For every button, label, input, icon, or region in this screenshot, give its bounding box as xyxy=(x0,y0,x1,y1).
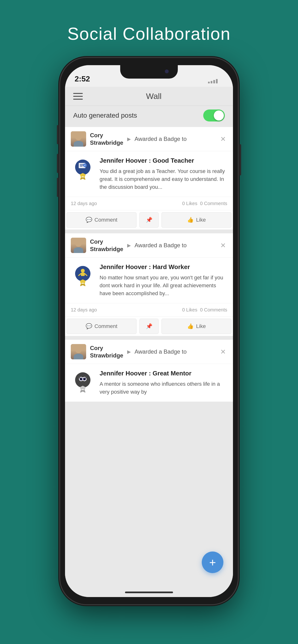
close-button[interactable]: ✕ xyxy=(219,348,227,356)
pin-button[interactable]: 📌 xyxy=(139,319,159,334)
post-body: Jennifer Hoover : Hard Worker No matter … xyxy=(65,258,233,303)
phone-screen: 2:52 xyxy=(65,65,233,597)
svg-point-21 xyxy=(84,378,85,380)
comment-button[interactable]: 💬 Comment xyxy=(66,319,136,334)
post-card: CoryStrawbridge ▶ Awarded a Badge to ✕ xyxy=(65,233,233,336)
post-title: Jennifer Hoover : Hard Worker xyxy=(100,263,227,271)
pin-icon: 📌 xyxy=(146,323,152,330)
comment-icon: 💬 xyxy=(86,323,92,330)
post-text: A mentor is someone who influences other… xyxy=(100,380,227,396)
avatar xyxy=(71,238,86,253)
arrow-icon: ▶ xyxy=(127,349,131,354)
post-body: Jennifer Hoover : Great Mentor A mentor … xyxy=(65,364,233,402)
close-button[interactable]: ✕ xyxy=(219,241,227,250)
avatar xyxy=(71,344,86,360)
toggle-label: Auto generated posts xyxy=(73,112,203,119)
menu-button[interactable] xyxy=(73,93,83,100)
post-title: Jennifer Hoover : Great Mentor xyxy=(100,370,227,377)
post-header: CoryStrawbridge ▶ Awarded a Badge to ✕ xyxy=(65,340,233,364)
svg-text:✓: ✓ xyxy=(84,164,86,167)
comment-icon: 💬 xyxy=(86,217,92,223)
svg-point-22 xyxy=(81,378,82,379)
svg-rect-12 xyxy=(81,273,85,276)
likes-comments: 0 Likes 0 Comments xyxy=(182,307,227,313)
post-footer: 12 days ago 0 Likes 0 Comments xyxy=(65,303,233,317)
post-body: ✓ Jennifer Hoover : Good Teacher You did… xyxy=(65,151,233,197)
like-icon: 👍 xyxy=(187,217,194,223)
post-content: Jennifer Hoover : Good Teacher You did a… xyxy=(100,157,227,191)
poster-name: CoryStrawbridge xyxy=(90,344,123,359)
like-button[interactable]: 👍 Like xyxy=(162,212,232,228)
svg-point-20 xyxy=(80,378,82,380)
home-indicator xyxy=(125,592,173,593)
poster-name: CoryStrawbridge xyxy=(90,132,123,146)
post-content: Jennifer Hoover : Great Mentor A mentor … xyxy=(100,370,227,396)
status-bar: 2:52 xyxy=(65,65,233,87)
badge-icon-mentor xyxy=(71,370,95,394)
post-content: Jennifer Hoover : Hard Worker No matter … xyxy=(100,263,227,297)
fab-button[interactable]: + xyxy=(202,552,223,573)
status-icons xyxy=(208,79,223,84)
arrow-icon: ▶ xyxy=(127,242,131,248)
close-button[interactable]: ✕ xyxy=(219,135,227,143)
svg-point-23 xyxy=(84,378,85,379)
nav-title: Wall xyxy=(83,92,225,101)
post-header: CoryStrawbridge ▶ Awarded a Badge to ✕ xyxy=(65,127,233,151)
status-time: 2:52 xyxy=(75,74,90,84)
comment-button[interactable]: 💬 Comment xyxy=(66,212,136,228)
post-card: CoryStrawbridge ▶ Awarded a Badge to ✕ xyxy=(65,127,233,230)
badge-icon-hardworker xyxy=(71,263,95,287)
signal-icon xyxy=(208,79,218,84)
post-card: CoryStrawbridge ▶ Awarded a Badge to ✕ xyxy=(65,340,233,402)
nav-bar: Wall xyxy=(65,87,233,106)
like-icon: 👍 xyxy=(187,323,194,330)
post-actions: 💬 Comment 📌 👍 Like xyxy=(65,210,233,230)
likes-comments: 0 Likes 0 Comments xyxy=(182,201,227,206)
awarded-text: Awarded a Badge to xyxy=(135,348,219,355)
post-footer: 12 days ago 0 Likes 0 Comments xyxy=(65,197,233,210)
phone-shell: 2:52 xyxy=(60,58,238,604)
post-title: Jennifer Hoover : Good Teacher xyxy=(100,157,227,164)
timestamp: 12 days ago xyxy=(71,307,182,313)
pin-button[interactable]: 📌 xyxy=(139,212,159,228)
badge-icon-teacher: ✓ xyxy=(71,157,95,181)
timestamp: 12 days ago xyxy=(71,201,182,206)
post-actions: 💬 Comment 📌 👍 Like xyxy=(65,317,233,336)
toggle-bar: Auto generated posts xyxy=(65,106,233,125)
post-header: CoryStrawbridge ▶ Awarded a Badge to ✕ xyxy=(65,233,233,258)
avatar xyxy=(71,131,86,146)
pin-icon: 📌 xyxy=(146,217,152,223)
post-text: No matter how smart you are, you won't g… xyxy=(100,274,227,297)
camera-icon xyxy=(165,70,169,73)
post-text: You did a great job as a Teacher. Your c… xyxy=(100,167,227,191)
like-button[interactable]: 👍 Like xyxy=(162,319,232,334)
page-title: Social Collaboration xyxy=(67,24,231,44)
awarded-text: Awarded a Badge to xyxy=(135,242,219,249)
poster-name: CoryStrawbridge xyxy=(90,238,123,253)
arrow-icon: ▶ xyxy=(127,136,131,142)
awarded-text: Awarded a Badge to xyxy=(135,136,219,142)
svg-point-11 xyxy=(81,269,85,273)
auto-posts-toggle[interactable] xyxy=(203,110,225,122)
notch xyxy=(120,65,178,78)
feed: CoryStrawbridge ▶ Awarded a Badge to ✕ xyxy=(65,125,233,597)
